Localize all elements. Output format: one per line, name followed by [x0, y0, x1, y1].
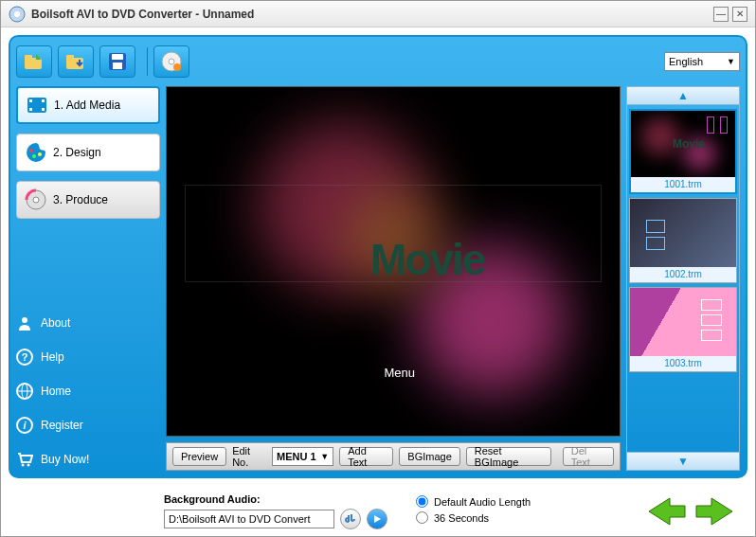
open-file-button[interactable]	[58, 45, 94, 78]
buy-now-link[interactable]: Buy Now!	[16, 448, 160, 471]
prev-button[interactable]	[645, 494, 687, 528]
chevron-down-icon: ▼	[320, 452, 329, 461]
link-label: Help	[41, 350, 64, 364]
svg-point-11	[173, 63, 181, 71]
add-text-button[interactable]: Add Text	[339, 447, 393, 466]
close-button[interactable]: ✕	[732, 7, 747, 22]
svg-text:?: ?	[22, 351, 28, 363]
edit-no-label: Edit No.	[232, 445, 266, 468]
home-link[interactable]: Home	[16, 380, 160, 403]
svg-rect-15	[42, 99, 45, 102]
browse-audio-button[interactable]	[340, 509, 361, 529]
svg-point-1	[14, 11, 20, 17]
template-item[interactable]: Movie 1001.trm	[629, 109, 737, 194]
radio-label: 36 Seconds	[434, 512, 489, 524]
del-text-button[interactable]: Del Text	[563, 447, 614, 466]
svg-point-17	[29, 149, 33, 152]
svg-point-10	[169, 59, 174, 64]
control-bar: Preview Edit No. MENU 1▼ Add Text BGImag…	[166, 442, 621, 471]
chevron-down-icon: ▼	[727, 57, 735, 66]
audio-path-input[interactable]	[164, 510, 334, 528]
minimize-button[interactable]: —	[713, 7, 729, 22]
disc-icon	[25, 188, 47, 211]
add-folder-button[interactable]	[16, 45, 52, 78]
cart-icon	[16, 451, 33, 468]
register-link[interactable]: iRegister	[16, 414, 160, 437]
svg-rect-14	[29, 108, 32, 111]
main-card: English▼ 1. Add Media 2. Design 3. Produ…	[9, 35, 747, 478]
help-link[interactable]: ?Help	[16, 346, 160, 368]
step-add-media[interactable]: 1. Add Media	[16, 86, 160, 124]
link-label: Home	[41, 385, 71, 398]
bgimage-button[interactable]: BGImage	[399, 447, 459, 466]
film-icon	[26, 94, 48, 116]
next-button[interactable]	[694, 494, 736, 528]
app-logo-icon	[9, 6, 26, 23]
template-panel: ▲ Movie 1001.trm	[626, 86, 740, 471]
person-icon	[16, 314, 33, 331]
svg-point-31	[27, 464, 30, 467]
template-name: 1002.trm	[630, 267, 736, 282]
step-label: 3. Produce	[53, 193, 108, 206]
svg-rect-13	[29, 99, 32, 102]
link-label: About	[41, 316, 70, 330]
svg-rect-5	[66, 55, 74, 60]
about-link[interactable]: About	[16, 312, 160, 334]
svg-point-22	[22, 317, 27, 323]
window-title: Boilsoft AVI to DVD Converter - Unnamed	[31, 8, 254, 21]
default-audio-radio[interactable]	[416, 495, 428, 508]
language-value: English	[669, 56, 703, 67]
menu-label: Menu	[384, 366, 415, 380]
menu-preview: Movie Menu	[166, 86, 621, 437]
toolbar: English▼	[16, 43, 740, 81]
svg-text:i: i	[23, 420, 27, 431]
link-label: Register	[41, 419, 83, 432]
svg-rect-16	[42, 108, 45, 111]
titlebar: Boilsoft AVI to DVD Converter - Unnamed …	[1, 1, 755, 27]
question-icon: ?	[16, 349, 33, 366]
seconds-audio-radio[interactable]	[416, 511, 428, 524]
template-name: 1001.trm	[631, 177, 735, 192]
globe-icon	[16, 383, 33, 400]
link-label: Buy Now!	[41, 453, 89, 466]
scroll-down-button[interactable]: ▼	[626, 452, 740, 471]
bottom-bar: Background Audio: Default Audio Length 3…	[1, 486, 755, 537]
sidebar: 1. Add Media 2. Design 3. Produce About …	[16, 86, 160, 471]
info-icon: i	[16, 417, 33, 434]
scroll-up-button[interactable]: ▲	[626, 86, 740, 105]
template-item[interactable]: 1003.trm	[629, 287, 737, 372]
radio-label: Default Audio Length	[434, 496, 531, 508]
template-name: 1003.trm	[630, 356, 736, 371]
template-list: Movie 1001.trm 1002.trm	[626, 105, 740, 452]
svg-rect-3	[25, 55, 32, 60]
play-audio-button[interactable]	[367, 509, 387, 529]
burn-disc-button[interactable]	[153, 45, 189, 78]
svg-point-21	[33, 197, 39, 203]
save-button[interactable]	[99, 45, 135, 78]
svg-rect-8	[113, 63, 122, 69]
svg-rect-7	[112, 54, 123, 60]
movie-text: Movie	[370, 234, 484, 285]
step-label: 2. Design	[53, 146, 101, 159]
step-label: 1. Add Media	[54, 98, 120, 112]
reset-bgimage-button[interactable]: Reset BGImage	[466, 447, 551, 466]
svg-point-18	[32, 154, 36, 158]
svg-point-30	[22, 464, 25, 467]
svg-point-19	[38, 152, 42, 156]
step-design[interactable]: 2. Design	[16, 134, 160, 171]
menu-number-select[interactable]: MENU 1▼	[272, 447, 333, 466]
template-item[interactable]: 1002.trm	[629, 198, 737, 283]
select-value: MENU 1	[277, 451, 316, 462]
palette-icon	[25, 141, 47, 164]
bg-audio-label: Background Audio:	[164, 493, 387, 505]
step-produce[interactable]: 3. Produce	[16, 181, 160, 219]
language-select[interactable]: English▼	[664, 52, 740, 71]
preview-button[interactable]: Preview	[172, 447, 226, 466]
